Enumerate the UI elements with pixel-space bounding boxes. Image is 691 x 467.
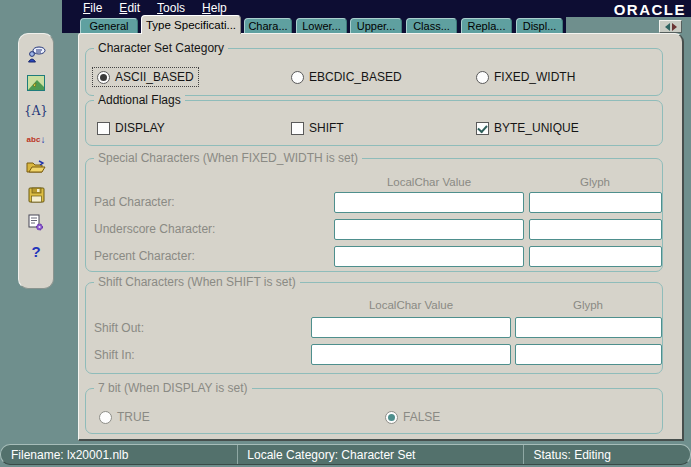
map-image-icon[interactable] — [26, 74, 46, 92]
column-header-glyph: Glyph — [580, 176, 610, 188]
tab-replacement[interactable]: Repla... — [461, 18, 512, 33]
oracle-logo: ORACLE — [614, 2, 686, 18]
statusbar-filename: Filename: lx20001.nlb — [1, 445, 237, 464]
tab-general[interactable]: General — [80, 18, 138, 33]
checkbox-label: DISPLAY — [115, 121, 165, 135]
abc-sort-icon[interactable]: abc↓ — [26, 130, 46, 148]
underscore-localchar-input[interactable] — [334, 219, 524, 240]
pad-localchar-input[interactable] — [334, 192, 524, 213]
radio-icon — [97, 71, 110, 84]
braces-a-icon[interactable]: {A} — [26, 102, 46, 120]
group-title: Special Characters (When FIXED_WIDTH is … — [94, 151, 362, 165]
group-title: Character Set Category — [94, 41, 228, 55]
braces-a-label: {A} — [24, 104, 48, 118]
group-additional-flags: Addtional Flags DISPLAY SHIFT BYTE_UNIQU… — [85, 100, 663, 146]
scroll-left-icon — [665, 23, 670, 31]
group-character-set-category: Character Set Category ASCII_BASED EBCDI… — [85, 48, 663, 96]
group-title: 7 bit (When DISPLAY is set) — [94, 381, 252, 395]
down-arrow-icon: ↓ — [40, 134, 45, 145]
radio-icon — [291, 71, 304, 84]
checkbox-label: BYTE_UNIQUE — [494, 121, 579, 135]
scroll-right-icon — [672, 23, 677, 31]
help-icon[interactable]: ? — [26, 242, 46, 260]
type-specification-page: Character Set Category ASCII_BASED EBCDI… — [78, 33, 684, 441]
shift-in-localchar-input[interactable] — [311, 344, 511, 365]
checkbox-shift[interactable]: SHIFT — [286, 118, 349, 138]
group-special-characters: Special Characters (When FIXED_WIDTH is … — [85, 158, 663, 272]
tab-character-data[interactable]: Chara... — [244, 18, 292, 33]
checkbox-icon — [476, 122, 489, 135]
shift-out-localchar-input[interactable] — [311, 317, 511, 338]
group-title: Shift Characters (When SHIFT is set) — [94, 275, 300, 289]
group-seven-bit: 7 bit (When DISPLAY is set) TRUE FALSE — [85, 388, 663, 434]
open-folder-icon[interactable] — [26, 158, 46, 176]
radio-label: FIXED_WIDTH — [494, 70, 575, 84]
save-floppy-icon[interactable] — [26, 186, 46, 204]
column-header-glyph: Glyph — [573, 299, 603, 311]
column-header-localchar: LocalChar Value — [387, 176, 471, 188]
radio-label: FALSE — [403, 410, 440, 424]
radio-icon — [99, 411, 112, 424]
toolbar-sidebar: {A} abc↓ ? — [18, 33, 54, 289]
checkbox-byte-unique[interactable]: BYTE_UNIQUE — [471, 118, 584, 138]
group-shift-characters: Shift Characters (When SHIFT is set) Loc… — [85, 282, 663, 374]
shift-in-glyph-input[interactable] — [515, 344, 662, 365]
tab-type-specification[interactable]: Type Specificati... — [141, 15, 241, 34]
underscore-character-label: Underscore Character: — [94, 222, 215, 236]
checkbox-label: SHIFT — [309, 121, 344, 135]
tab-uppercase[interactable]: Upper... — [350, 18, 402, 33]
radio-false[interactable]: FALSE — [380, 407, 445, 427]
person-chat-icon[interactable] — [26, 46, 46, 64]
menu-edit[interactable]: Edit — [119, 0, 140, 17]
statusbar-locale-category: Locale Category: Character Set — [237, 445, 523, 464]
menu-file[interactable]: File — [83, 0, 102, 17]
pad-character-label: Pad Character: — [94, 195, 175, 209]
checkbox-icon — [97, 122, 110, 135]
radio-label: ASCII_BASED — [115, 70, 194, 84]
shift-in-label: Shift In: — [94, 348, 135, 362]
tab-display[interactable]: Displ... — [516, 18, 563, 33]
percent-glyph-input[interactable] — [529, 246, 662, 267]
radio-label: EBCDIC_BASED — [309, 70, 402, 84]
radio-icon — [476, 71, 489, 84]
shift-out-glyph-input[interactable] — [515, 317, 662, 338]
column-header-localchar: LocalChar Value — [369, 299, 453, 311]
tab-scroll-button[interactable] — [659, 20, 682, 33]
checkbox-icon — [291, 122, 304, 135]
status-bar: Filename: lx20001.nlb Locale Category: C… — [0, 444, 691, 465]
group-title: Addtional Flags — [94, 93, 185, 107]
help-label: ? — [31, 243, 40, 260]
abc-label: abc — [27, 137, 41, 142]
checkbox-display[interactable]: DISPLAY — [92, 118, 170, 138]
radio-ebcdic-based[interactable]: EBCDIC_BASED — [286, 67, 407, 87]
shift-out-label: Shift Out: — [94, 321, 144, 335]
document-gears-icon[interactable] — [26, 214, 46, 232]
pad-glyph-input[interactable] — [529, 192, 662, 213]
percent-localchar-input[interactable] — [334, 246, 524, 267]
tab-lowercase[interactable]: Lower... — [296, 18, 347, 33]
radio-fixed-width[interactable]: FIXED_WIDTH — [471, 67, 580, 87]
statusbar-status: Status: Editing — [523, 445, 690, 464]
tab-classification[interactable]: Class... — [406, 18, 457, 33]
radio-true[interactable]: TRUE — [94, 407, 155, 427]
underscore-glyph-input[interactable] — [529, 219, 662, 240]
percent-character-label: Percent Character: — [94, 249, 195, 263]
radio-label: TRUE — [117, 410, 150, 424]
radio-ascii-based[interactable]: ASCII_BASED — [92, 67, 199, 87]
radio-icon — [385, 411, 398, 424]
